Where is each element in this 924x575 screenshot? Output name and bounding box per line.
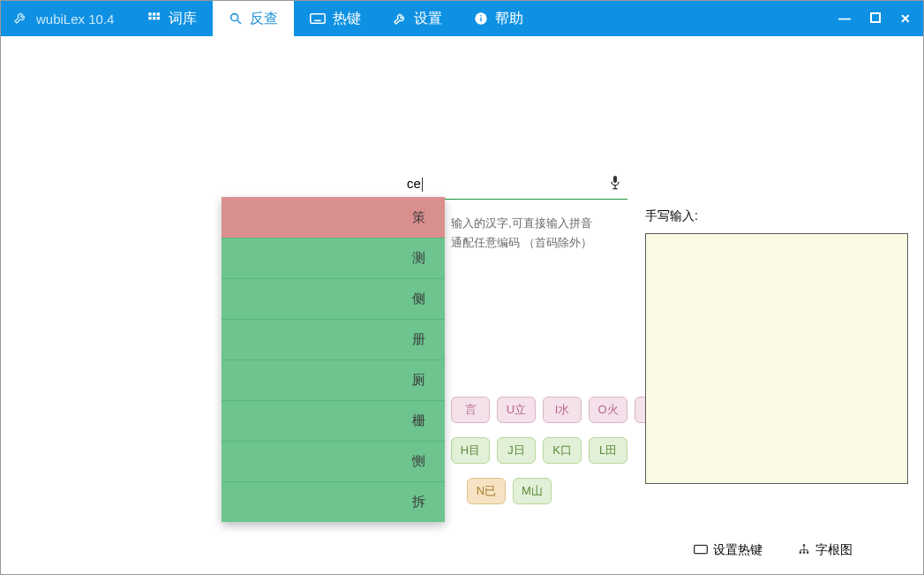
key-cap[interactable]: I水	[543, 397, 582, 423]
handwriting-panel: 手写输入:	[645, 208, 908, 484]
microphone-icon[interactable]	[608, 174, 622, 194]
svg-rect-22	[803, 544, 805, 546]
search-input[interactable]: ce	[227, 172, 603, 195]
svg-rect-25	[807, 551, 808, 553]
svg-rect-23	[800, 551, 801, 553]
key-cap[interactable]: M山	[513, 478, 552, 504]
close-button[interactable]: ✕	[900, 11, 911, 26]
grid-icon	[147, 11, 162, 26]
svg-rect-2	[157, 12, 160, 15]
tab-dictionary[interactable]: 词库	[131, 1, 213, 36]
svg-rect-8	[311, 14, 326, 24]
suggestion-item[interactable]: 拆	[222, 481, 445, 522]
suggestion-item[interactable]: 栅	[222, 400, 445, 441]
maximize-button[interactable]	[870, 11, 881, 26]
info-icon	[474, 11, 488, 26]
svg-rect-0	[149, 12, 152, 15]
tab-label: 设置	[414, 10, 442, 28]
svg-rect-24	[803, 551, 805, 553]
svg-rect-4	[153, 17, 155, 19]
svg-rect-3	[149, 17, 152, 19]
set-hotkey-link[interactable]: 设置热键	[694, 542, 762, 558]
svg-rect-17	[871, 13, 880, 22]
svg-point-6	[231, 14, 238, 21]
suggestion-item[interactable]: 册	[222, 319, 445, 359]
app-window: wubiLex 10.4 词库 反查 热键 设置 帮助	[0, 0, 924, 575]
key-cap[interactable]: L田	[589, 437, 627, 464]
keyboard-hints: 言 U立 I水 O火 P之 H目 J日 K口 L田 N已 M山	[451, 397, 673, 518]
svg-rect-16	[481, 15, 482, 16]
suggestion-dropdown: 策 测 侧 册 厕 栅 恻 拆	[222, 197, 445, 522]
svg-line-7	[237, 20, 241, 24]
tab-help[interactable]: 帮助	[458, 1, 539, 36]
tab-bar: 词库 反查 热键 设置 帮助	[131, 1, 539, 36]
key-cap[interactable]: J日	[497, 437, 536, 464]
tab-hotkey[interactable]: 热键	[294, 1, 377, 36]
key-cap[interactable]: U立	[497, 397, 536, 423]
handwriting-canvas[interactable]	[645, 233, 908, 484]
tab-label: 反查	[250, 10, 278, 28]
key-row: N已 M山	[467, 478, 673, 504]
hint-line: 通配任意编码 （首码除外）	[451, 233, 619, 253]
wrench-icon	[393, 11, 407, 26]
titlebar: wubiLex 10.4 词库 反查 热键 设置 帮助	[1, 1, 923, 36]
key-row: 言 U立 I水 O火 P之	[451, 397, 673, 423]
suggestion-item[interactable]: 测	[222, 238, 445, 278]
suggestion-item[interactable]: 策	[222, 197, 445, 238]
key-cap[interactable]: N已	[467, 478, 506, 504]
suggestion-item[interactable]: 恻	[222, 441, 445, 481]
hint-line: 输入的汉字,可直接输入拼音	[451, 214, 619, 233]
hierarchy-icon	[798, 543, 810, 558]
svg-rect-1	[153, 12, 155, 15]
handwriting-label: 手写输入:	[645, 208, 908, 224]
keyboard-icon	[694, 543, 708, 557]
tab-label: 词库	[169, 10, 197, 28]
svg-rect-15	[481, 18, 482, 22]
key-row: H目 J日 K口 L田	[451, 437, 673, 464]
tab-settings[interactable]: 设置	[377, 1, 458, 36]
svg-rect-5	[157, 17, 160, 19]
suggestion-item[interactable]: 侧	[222, 278, 445, 319]
key-cap[interactable]: O火	[589, 397, 627, 423]
footer-links: 设置热键 字根图	[694, 542, 853, 558]
tab-lookup[interactable]: 反查	[213, 1, 294, 36]
wrench-icon	[13, 11, 27, 27]
keyboard-icon	[310, 12, 326, 25]
svg-rect-18	[613, 176, 617, 183]
footer-label: 设置热键	[713, 542, 762, 558]
minimize-button[interactable]: —	[838, 11, 851, 26]
search-value: ce	[407, 176, 421, 191]
search-block: ce 输入的汉字,可直接输入拼音 通配任意编码 （首码除外） 策 测 侧 册 厕…	[222, 169, 627, 253]
key-cap[interactable]: K口	[543, 437, 582, 464]
tab-label: 热键	[333, 10, 361, 28]
radical-chart-link[interactable]: 字根图	[798, 542, 853, 558]
svg-rect-21	[695, 545, 708, 553]
key-cap[interactable]: H目	[451, 437, 490, 464]
search-icon	[229, 11, 243, 26]
footer-label: 字根图	[815, 542, 853, 558]
search-row: ce	[222, 169, 627, 200]
key-cap[interactable]: 言	[451, 397, 490, 423]
content-area: ce 输入的汉字,可直接输入拼音 通配任意编码 （首码除外） 策 测 侧 册 厕…	[1, 36, 923, 574]
suggestion-item[interactable]: 厕	[222, 359, 445, 400]
window-controls: — ✕	[838, 11, 923, 26]
app-title: wubiLex 10.4	[36, 11, 114, 26]
tab-label: 帮助	[495, 10, 523, 28]
